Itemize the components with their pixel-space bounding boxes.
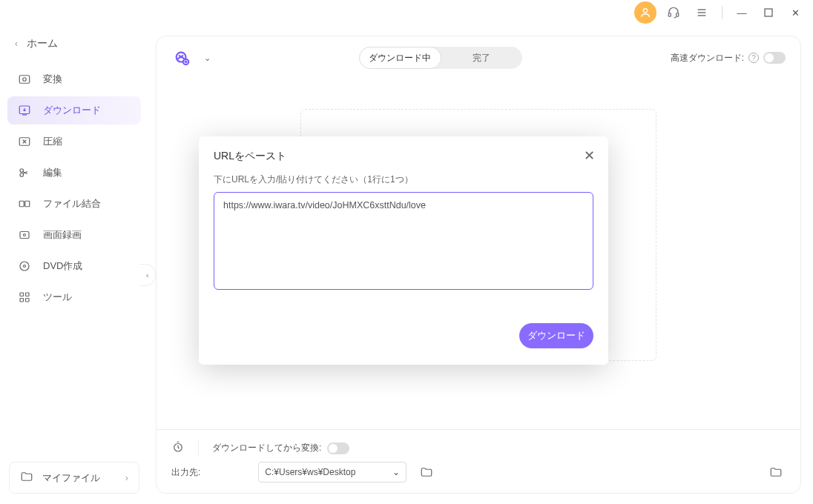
fast-download-toggle[interactable]: [763, 52, 786, 64]
svg-point-17: [24, 234, 26, 236]
output-label: 出力先:: [171, 466, 200, 479]
svg-point-19: [24, 265, 26, 268]
output-path-value: C:¥Users¥ws¥Desktop: [265, 467, 355, 477]
folder-icon: [20, 470, 33, 485]
svg-point-8: [23, 78, 27, 82]
sidebar-item-record[interactable]: 画面録画: [7, 221, 141, 249]
sidebar: ‹ ホーム 変換 ダウンロード 圧縮 編集 ファイル結合 画面録画: [0, 25, 148, 504]
timer-icon[interactable]: [171, 440, 185, 456]
tab-downloading[interactable]: ダウンロード中: [359, 47, 441, 69]
tools-icon: [18, 291, 33, 304]
output-bottom-row: 出力先: C:¥Users¥ws¥Desktop ⌄: [171, 462, 786, 483]
dvd-icon: [18, 259, 33, 273]
sidebar-myfile[interactable]: マイファイル ›: [9, 462, 139, 494]
titlebar: — ✕: [0, 0, 813, 25]
sidebar-item-label: 圧縮: [43, 135, 62, 148]
hamburger-icon[interactable]: [691, 1, 713, 24]
modal-close-button[interactable]: ✕: [580, 147, 598, 165]
record-icon: [18, 228, 33, 242]
sidebar-item-label: 画面録画: [43, 228, 82, 242]
sidebar-home[interactable]: ‹ ホーム: [4, 31, 144, 56]
sidebar-item-label: 編集: [43, 166, 62, 179]
svg-rect-2: [677, 13, 679, 17]
svg-rect-7: [19, 76, 30, 84]
convert-after-row: ダウンロードしてから変換:: [212, 442, 349, 454]
bottom-separator: [198, 441, 199, 456]
paste-url-modal: URLをペースト ✕ 下にURLを入力/貼り付けてください（1行に1つ） ダウン…: [199, 136, 608, 365]
sidebar-item-download[interactable]: ダウンロード: [7, 96, 141, 125]
output-path-select[interactable]: C:¥Users¥ws¥Desktop ⌄: [258, 462, 406, 483]
add-dropdown-chevron[interactable]: ⌄: [204, 53, 211, 63]
back-icon: ‹: [15, 39, 18, 49]
svg-rect-14: [19, 201, 24, 207]
svg-point-18: [20, 262, 29, 271]
compress-icon: [18, 135, 33, 148]
download-button[interactable]: ダウンロード: [519, 323, 593, 348]
tab-switch: ダウンロード中 完了: [359, 47, 522, 69]
svg-point-0: [643, 9, 647, 13]
open-output-folder[interactable]: [417, 462, 436, 482]
svg-rect-16: [20, 232, 29, 239]
sidebar-item-dvd[interactable]: DVD作成: [7, 252, 141, 280]
panel-top: ⌄ ダウンロード中 完了 高速ダウンロード: ?: [157, 36, 800, 79]
sidebar-item-label: 変換: [43, 73, 62, 86]
sidebar-home-label: ホーム: [27, 37, 58, 50]
svg-rect-20: [20, 293, 24, 296]
sidebar-item-tools[interactable]: ツール: [7, 283, 141, 311]
user-icon[interactable]: [634, 1, 656, 24]
svg-rect-21: [26, 293, 30, 296]
chevron-down-icon: ⌄: [392, 467, 400, 477]
headset-icon[interactable]: [662, 1, 685, 24]
sidebar-spacer: [4, 313, 144, 457]
sidebar-myfile-label: マイファイル: [42, 471, 100, 485]
fast-download-label: 高速ダウンロード:: [671, 52, 744, 64]
merge-icon: [18, 197, 33, 210]
svg-rect-23: [26, 299, 30, 302]
modal-title: URLをペースト: [214, 150, 593, 163]
url-textarea[interactable]: [214, 192, 593, 290]
window-close[interactable]: ✕: [785, 2, 806, 23]
svg-rect-6: [765, 9, 772, 16]
sidebar-item-label: ツール: [43, 291, 72, 304]
chevron-right-icon: ›: [125, 472, 128, 483]
convert-after-toggle[interactable]: [327, 442, 349, 454]
window-maximize[interactable]: [758, 2, 779, 23]
help-icon[interactable]: ?: [748, 53, 759, 63]
edit-icon: [18, 166, 33, 179]
sidebar-item-merge[interactable]: ファイル結合: [7, 190, 141, 218]
add-url-button[interactable]: [171, 47, 192, 68]
panel-bottom: ダウンロードしてから変換:: [157, 429, 800, 493]
window-minimize[interactable]: —: [731, 2, 752, 23]
download-icon: [18, 104, 33, 117]
sidebar-item-edit[interactable]: 編集: [7, 159, 141, 187]
sidebar-item-label: DVD作成: [43, 259, 82, 273]
sidebar-item-compress[interactable]: 圧縮: [7, 127, 141, 156]
tab-done[interactable]: 完了: [441, 47, 522, 69]
sidebar-item-label: ダウンロード: [43, 104, 101, 117]
svg-rect-15: [25, 201, 30, 207]
convert-after-label: ダウンロードしてから変換:: [212, 442, 321, 454]
svg-rect-22: [20, 299, 24, 302]
modal-hint: 下にURLを入力/貼り付けてください（1行に1つ）: [214, 173, 593, 186]
titlebar-separator: [722, 6, 723, 19]
sidebar-item-label: ファイル結合: [43, 197, 101, 210]
sidebar-item-convert[interactable]: 変換: [7, 65, 141, 93]
fast-download-row: 高速ダウンロード: ?: [671, 52, 786, 64]
convert-icon: [18, 73, 33, 86]
open-right-folder[interactable]: [766, 462, 786, 482]
svg-rect-1: [668, 13, 671, 17]
